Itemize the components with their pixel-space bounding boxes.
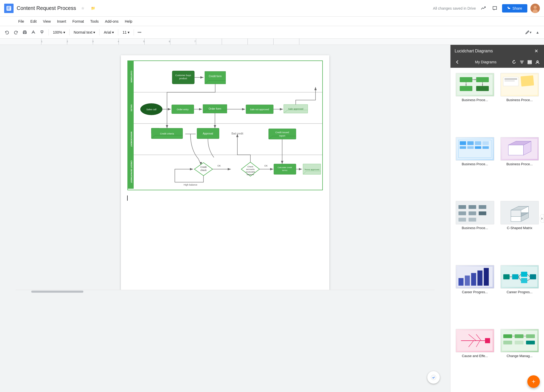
style-dropdown[interactable]: Normal text ▾	[72, 29, 97, 35]
svg-rect-139	[521, 278, 527, 283]
diagram-card-label: Business Proce...	[456, 98, 494, 102]
svg-rect-4	[508, 7, 509, 8]
svg-text:Terms approved: Terms approved	[304, 168, 319, 171]
document-title: Content Request Process	[17, 5, 76, 11]
toolbar-separator-5	[134, 29, 134, 35]
list-view-button[interactable]	[526, 59, 533, 65]
svg-rect-88	[460, 86, 473, 91]
diagram-card[interactable]: Business Proce...	[454, 199, 496, 261]
paint-format-button[interactable]	[39, 29, 46, 36]
svg-rect-118	[469, 211, 476, 215]
toolbar-separator-2	[69, 29, 70, 35]
redo-button[interactable]	[12, 29, 20, 36]
menu-edit[interactable]: Edit	[28, 18, 39, 24]
svg-text:terms: terms	[282, 169, 287, 172]
diagram-card[interactable]: Business Proce...	[454, 71, 496, 133]
svg-rect-155	[515, 334, 523, 338]
menu-view[interactable]: View	[40, 18, 53, 24]
diagram-thumbnail	[456, 73, 494, 96]
spellcheck-button[interactable]	[30, 29, 38, 36]
svg-rect-102	[467, 141, 474, 145]
toolbar-separator-3	[99, 29, 100, 35]
save-status: All changes saved in Drive	[433, 6, 476, 10]
horizontal-scrollbar[interactable]	[16, 290, 435, 293]
svg-text:7: 7	[194, 40, 196, 43]
svg-text:CUSTOMER: CUSTOMER	[130, 71, 133, 83]
flowchart-svg: CUSTOMER SALES MANAGEMENT CREDIT DEPARTM…	[128, 61, 323, 189]
svg-rect-98	[521, 75, 534, 87]
diagram-thumbnail	[456, 201, 494, 224]
zoom-dropdown[interactable]: 100% ▾	[51, 29, 67, 35]
trending-icon[interactable]	[479, 4, 487, 13]
panel-close-button[interactable]: ✕	[533, 47, 540, 55]
svg-rect-138	[521, 272, 527, 277]
svg-text:OK: OK	[264, 164, 268, 167]
svg-rect-136	[503, 274, 509, 279]
collapse-button[interactable]: ▲	[534, 29, 541, 35]
menu-tools[interactable]: Tools	[88, 18, 101, 24]
diagram-container[interactable]: CUSTOMER SALES MANAGEMENT CREDIT DEPARTM…	[127, 60, 323, 190]
svg-rect-137	[512, 274, 518, 279]
svg-rect-158	[515, 341, 523, 345]
panel-expand-arrow[interactable]: ›	[540, 214, 544, 223]
svg-rect-103	[475, 141, 481, 145]
diagram-card[interactable]: Career Progres...	[498, 263, 541, 325]
add-diagram-button[interactable]: +	[527, 375, 540, 388]
diagram-card[interactable]: Cause and Effe...	[454, 327, 496, 389]
svg-rect-89	[476, 86, 489, 91]
account-button[interactable]	[534, 59, 541, 65]
svg-rect-131	[465, 275, 470, 286]
menu-help[interactable]: Help	[122, 18, 135, 24]
svg-rect-133	[477, 271, 482, 286]
refresh-button[interactable]	[511, 59, 517, 65]
svg-rect-97	[504, 81, 515, 82]
svg-point-84	[537, 61, 538, 62]
pen-button[interactable]: ▾	[523, 29, 533, 36]
svg-rect-107	[475, 146, 481, 149]
main-layout: CUSTOMER SALES MANAGEMENT CREDIT DEPARTM…	[0, 45, 544, 392]
panel-back-button[interactable]	[454, 58, 461, 66]
print-button[interactable]	[21, 29, 29, 36]
svg-rect-96	[504, 78, 517, 80]
diagram-card-label: Career Progres...	[500, 290, 539, 294]
filter-button[interactable]	[518, 59, 525, 65]
menu-file[interactable]: File	[16, 18, 27, 24]
svg-text:MANAGEMENT: MANAGEMENT	[130, 132, 133, 147]
svg-text:5: 5	[143, 40, 145, 43]
more-options-button[interactable]: •••	[136, 29, 143, 35]
folder-button[interactable]: 📁	[89, 4, 97, 13]
menu-insert[interactable]: Insert	[54, 18, 69, 24]
document-area[interactable]: CUSTOMER SALES MANAGEMENT CREDIT DEPARTM…	[0, 45, 450, 392]
panel-header: Lucidchart Diagrams ✕	[450, 45, 544, 57]
star-button[interactable]: ☆	[79, 4, 87, 13]
diagram-card[interactable]: Business Proce...	[498, 135, 541, 197]
panel-nav-title: My Diagrams	[463, 60, 509, 64]
svg-rect-121	[469, 218, 476, 222]
svg-rect-83	[528, 63, 531, 64]
svg-rect-140	[530, 274, 536, 279]
svg-marker-123	[511, 217, 521, 222]
font-dropdown[interactable]: Arial ▾	[102, 29, 116, 35]
svg-text:accounts: accounts	[246, 168, 255, 170]
comment-icon[interactable]	[491, 4, 499, 13]
diagram-card-label: Business Proce...	[500, 162, 539, 166]
menu-format[interactable]: Format	[70, 18, 86, 24]
share-button[interactable]: Share	[502, 4, 527, 13]
svg-rect-81	[528, 60, 531, 61]
undo-button[interactable]	[3, 29, 11, 36]
menu-addons[interactable]: Add-ons	[102, 18, 121, 24]
svg-point-6	[534, 6, 537, 9]
diagram-card[interactable]: Business Proce...	[498, 71, 541, 133]
scrollbar-thumb[interactable]	[31, 291, 83, 293]
diagram-card[interactable]: Business Proce...	[454, 135, 496, 197]
ai-assist-button[interactable]	[427, 371, 440, 384]
diagram-card[interactable]: C-Shaped Matrix	[498, 199, 541, 261]
avatar[interactable]	[530, 4, 540, 13]
fontsize-dropdown[interactable]: 11 ▾	[120, 29, 132, 35]
svg-rect-116	[479, 205, 486, 209]
svg-rect-114	[459, 205, 466, 209]
diagram-card-label: Cause and Effe...	[456, 354, 494, 358]
diagram-card-label: Career Progres...	[456, 290, 494, 294]
diagram-card[interactable]: Career Progres...	[454, 263, 496, 325]
svg-point-77	[431, 375, 436, 380]
